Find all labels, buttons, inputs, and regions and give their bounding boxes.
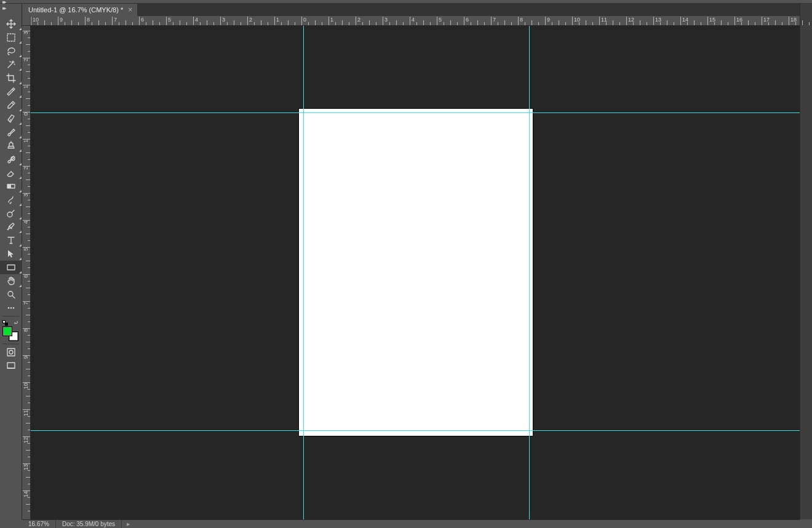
screenmode-icon xyxy=(6,361,16,371)
tool-type[interactable] xyxy=(0,234,22,247)
tool-healing-brush[interactable] xyxy=(0,112,22,125)
document-tab[interactable]: Untitled-1 @ 16.7% (CMYK/8) * × xyxy=(22,4,137,16)
tool-eraser[interactable] xyxy=(0,166,22,179)
eraser-icon xyxy=(6,168,16,178)
ruler-minor-tick xyxy=(26,450,30,451)
tool-move[interactable] xyxy=(0,17,22,31)
ruler-tick: 0 xyxy=(301,17,302,25)
ruler-minor-tick xyxy=(65,22,65,25)
eyedropper-icon xyxy=(6,100,16,110)
ruler-tick: 12 xyxy=(626,17,627,25)
ruler-label: 4 xyxy=(23,221,29,224)
tool-pen[interactable] xyxy=(0,220,22,234)
tool-dodge[interactable] xyxy=(0,207,22,220)
doc-size[interactable]: Doc: 35.9M/0 bytes xyxy=(56,520,122,529)
ruler-tick: 10 xyxy=(31,17,31,25)
ruler-tick: 1 xyxy=(328,17,329,25)
ruler-tick: 3 xyxy=(23,31,30,31)
foreground-color-swatch[interactable] xyxy=(2,326,12,336)
tool-crop[interactable] xyxy=(0,71,22,85)
mode-screenmode[interactable] xyxy=(0,359,22,372)
ruler-tick: 8 xyxy=(85,17,86,25)
tool-clone-stamp[interactable] xyxy=(0,139,22,152)
history-brush-icon xyxy=(6,154,16,164)
horizontal-ruler[interactable]: 109876543210123456789101112131415161718 xyxy=(31,16,800,26)
flyout-indicator-icon xyxy=(19,122,22,125)
tool-zoom[interactable] xyxy=(0,288,22,301)
vertical-ruler[interactable]: 32101234567891011121314 xyxy=(22,26,31,519)
zoom-level[interactable]: 16.67% xyxy=(22,520,56,529)
mode-quickmask[interactable] xyxy=(0,345,22,359)
tool-magic-wand[interactable] xyxy=(0,58,22,71)
tool-palette-header[interactable]: ▸▸ xyxy=(0,4,22,17)
ruler-label: 7 xyxy=(23,302,29,305)
ruler-minor-tick xyxy=(728,22,728,25)
status-menu-icon[interactable]: ▸ xyxy=(122,520,135,528)
ruler-minor-tick xyxy=(281,22,282,25)
tool-marquee[interactable] xyxy=(0,31,22,44)
tool-lasso[interactable] xyxy=(0,44,22,58)
flyout-indicator-icon xyxy=(19,244,22,246)
canvas-viewport[interactable] xyxy=(31,26,800,519)
tool-slice[interactable] xyxy=(0,85,22,98)
default-swap-colors[interactable]: ⤾ xyxy=(0,318,22,326)
close-tab-icon[interactable]: × xyxy=(128,7,132,13)
swap-colors-icon[interactable]: ⤾ xyxy=(14,319,18,326)
tool-smudge[interactable] xyxy=(0,193,22,207)
ruler-minor-tick xyxy=(26,98,30,99)
ruler-minor-tick xyxy=(254,22,255,25)
flyout-indicator-icon xyxy=(19,231,22,233)
ruler-tick: 1 xyxy=(23,85,30,85)
ruler-label: 9 xyxy=(547,17,550,23)
ruler-minor-tick xyxy=(105,22,106,25)
ruler-minor-tick xyxy=(674,22,674,25)
tool-history-brush[interactable] xyxy=(0,152,22,166)
magic-wand-icon xyxy=(6,60,16,69)
ruler-minor-tick xyxy=(28,335,30,336)
ruler-minor-tick xyxy=(403,22,404,25)
ruler-minor-tick xyxy=(552,22,552,25)
ruler-minor-tick xyxy=(396,20,397,25)
tool-gradient[interactable] xyxy=(0,179,22,193)
tool-rectangle[interactable] xyxy=(0,261,22,274)
right-collapsed-panels[interactable] xyxy=(800,4,812,519)
tool-more[interactable] xyxy=(0,301,22,315)
tool-eyedropper[interactable] xyxy=(0,98,22,112)
ruler-label: 14 xyxy=(23,491,29,497)
healing-brush-icon xyxy=(6,114,16,124)
document-canvas[interactable] xyxy=(299,109,533,436)
ruler-minor-tick xyxy=(153,20,153,25)
ruler-label: 0 xyxy=(23,112,29,116)
ruler-tick: 4 xyxy=(193,17,194,25)
flyout-indicator-icon xyxy=(19,68,22,71)
color-swatches[interactable] xyxy=(0,326,22,342)
ruler-tick: 1 xyxy=(274,17,275,25)
separator xyxy=(2,344,19,344)
ruler-label: 11 xyxy=(23,410,29,416)
document-tab-title: Untitled-1 @ 16.7% (CMYK/8) * xyxy=(28,6,123,14)
ruler-label: 1 xyxy=(23,85,29,89)
ruler-minor-tick xyxy=(234,20,234,25)
tool-path-select[interactable] xyxy=(0,247,22,261)
ruler-tick: 18 xyxy=(789,17,789,25)
ruler-minor-tick xyxy=(423,20,424,25)
ruler-minor-tick xyxy=(28,443,30,444)
ruler-tick: 12 xyxy=(23,436,30,437)
tool-brush[interactable] xyxy=(0,125,22,139)
ruler-origin[interactable] xyxy=(22,16,31,26)
tool-hand[interactable] xyxy=(0,274,22,288)
ruler-label: 6 xyxy=(23,275,29,278)
collapse-tools-icon[interactable]: ▸▸ xyxy=(2,5,5,11)
ruler-minor-tick xyxy=(200,22,201,25)
ruler-label: 7 xyxy=(114,17,117,23)
ruler-minor-tick xyxy=(619,22,620,25)
ruler-minor-tick xyxy=(28,92,30,92)
ruler-minor-tick xyxy=(457,22,458,25)
ruler-minor-tick xyxy=(26,477,30,478)
ruler-minor-tick xyxy=(26,504,30,505)
ruler-minor-tick xyxy=(565,22,566,25)
ruler-tick: 7 xyxy=(23,301,30,302)
ruler-minor-tick xyxy=(28,186,30,187)
rectangle-icon xyxy=(6,262,16,272)
ruler-minor-tick xyxy=(28,403,30,403)
